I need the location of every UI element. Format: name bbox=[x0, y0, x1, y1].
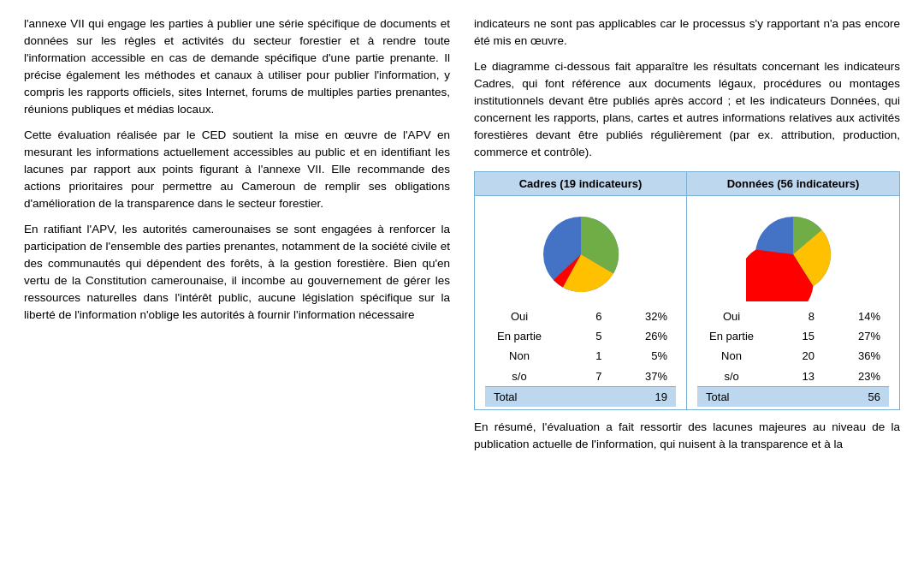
cadres-data-block: Oui 6 32% En partie 5 26% bbox=[482, 307, 679, 407]
cadres-non-num: 1 bbox=[578, 348, 602, 364]
cadres-enpartie-row: En partie 5 26% bbox=[485, 326, 676, 346]
donnees-enpartie-label: En partie bbox=[706, 328, 757, 344]
cadres-oui-pct: 32% bbox=[635, 308, 667, 325]
cadres-so-label: s/o bbox=[494, 368, 545, 384]
donnees-oui-row: Oui 8 14% bbox=[697, 307, 889, 326]
donnees-oui-num: 8 bbox=[791, 308, 814, 325]
cadres-pie-cell: Oui 6 32% En partie 5 26% bbox=[475, 195, 687, 409]
right-column: indicateurs ne sont pas applicables car … bbox=[474, 15, 900, 563]
cadres-total-label: Total bbox=[494, 389, 517, 405]
donnees-data-block: Oui 8 14% En partie 15 27% bbox=[694, 307, 892, 407]
cadres-enpartie-pct: 26% bbox=[635, 328, 667, 344]
cadres-non-pct: 5% bbox=[635, 348, 667, 364]
cadres-header: Cadres (19 indicateurs) bbox=[475, 171, 687, 195]
right-para-3: En résumé, l'évaluation a fait ressortir… bbox=[474, 419, 900, 453]
donnees-pie-container bbox=[694, 199, 892, 307]
donnees-so-num: 13 bbox=[791, 368, 814, 384]
chart-table: Cadres (19 indicateurs) Données (56 indi… bbox=[474, 171, 900, 410]
cadres-so-row: s/o 7 37% bbox=[485, 366, 676, 386]
cadres-non-label: Non bbox=[494, 348, 545, 364]
left-para-2: Cette évaluation réalisée par le CED sou… bbox=[24, 127, 450, 212]
donnees-pie-chart bbox=[746, 207, 840, 301]
cadres-non-row: Non 1 5% bbox=[485, 346, 676, 366]
donnees-so-row: s/o 13 23% bbox=[697, 366, 889, 386]
right-para-2: Le diagramme ci-dessous fait apparaître … bbox=[474, 58, 900, 161]
cadres-oui-row: Oui 6 32% bbox=[485, 307, 676, 326]
cadres-enpartie-num: 5 bbox=[578, 328, 602, 344]
donnees-pie-cell: Oui 8 14% En partie 15 27% bbox=[687, 195, 900, 409]
left-para-3: En ratifiant l'APV, les autorités camero… bbox=[24, 221, 450, 324]
donnees-enpartie-row: En partie 15 27% bbox=[697, 326, 889, 346]
cadres-enpartie-label: En partie bbox=[494, 328, 545, 344]
chart-section: Cadres (19 indicateurs) Données (56 indi… bbox=[474, 171, 900, 410]
donnees-total-label: Total bbox=[706, 389, 729, 405]
donnees-total-row: Total 56 bbox=[697, 386, 889, 407]
donnees-total-num: 56 bbox=[868, 389, 880, 405]
cadres-pie-chart bbox=[534, 207, 628, 301]
cadres-total-row: Total 19 bbox=[485, 386, 676, 407]
left-para-1: l'annexe VII qui engage les parties à pu… bbox=[24, 15, 450, 118]
cadres-oui-label: Oui bbox=[494, 308, 545, 325]
donnees-so-pct: 23% bbox=[848, 368, 880, 384]
donnees-header: Données (56 indicateurs) bbox=[687, 171, 900, 195]
right-para-1: indicateurs ne sont pas applicables car … bbox=[474, 15, 900, 50]
donnees-so-label: s/o bbox=[706, 368, 757, 384]
cadres-so-pct: 37% bbox=[635, 368, 667, 384]
donnees-non-row: Non 20 36% bbox=[697, 346, 889, 366]
donnees-non-label: Non bbox=[706, 348, 757, 364]
donnees-oui-pct: 14% bbox=[848, 308, 880, 325]
donnees-non-pct: 36% bbox=[848, 348, 880, 364]
cadres-so-num: 7 bbox=[578, 368, 602, 384]
cadres-pie-container bbox=[482, 199, 679, 307]
left-column: l'annexe VII qui engage les parties à pu… bbox=[24, 15, 450, 563]
donnees-non-num: 20 bbox=[791, 348, 814, 364]
cadres-total-num: 19 bbox=[655, 389, 667, 405]
donnees-oui-label: Oui bbox=[706, 308, 757, 325]
donnees-enpartie-num: 15 bbox=[791, 328, 814, 344]
cadres-oui-num: 6 bbox=[578, 308, 602, 325]
donnees-enpartie-pct: 27% bbox=[848, 328, 880, 344]
